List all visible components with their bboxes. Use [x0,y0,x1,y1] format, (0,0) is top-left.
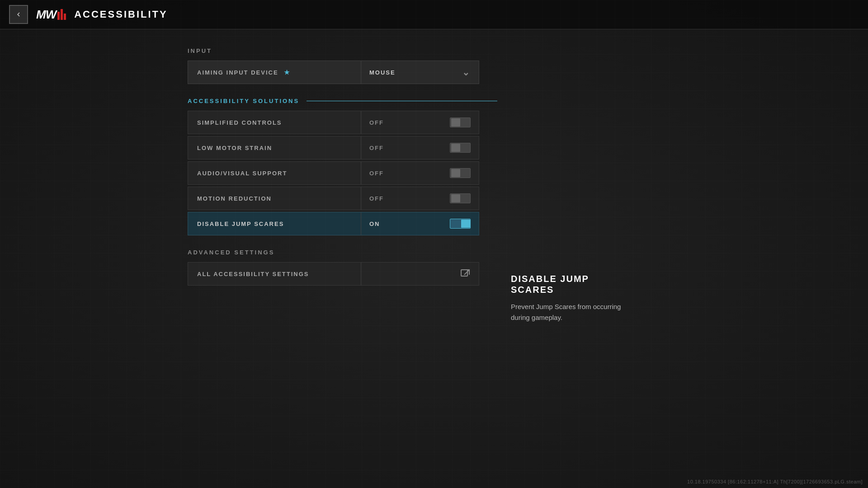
motion-reduction-label: MOTION REDUCTION [188,195,361,202]
info-panel: DISABLE JUMP SCARES Prevent Jump Scares … [497,29,642,488]
logo-bar-3 [64,14,66,20]
input-section: INPUT AIMING INPUT DEVICE ★ MOUSE ⌄ [188,47,497,84]
advanced-settings-section: ADVANCED SETTINGS ALL ACCESSIBILITY SETT… [188,249,497,286]
accessibility-divider-line [307,101,497,101]
logo-bar-1 [57,12,60,20]
simplified-controls-toggle-area: OFF [361,117,479,127]
audio-visual-support-label: AUDIO/VISUAL SUPPORT [188,170,361,177]
link-icon-area [361,268,479,279]
all-accessibility-settings-label: ALL ACCESSIBILITY SETTINGS [188,271,361,277]
star-icon: ★ [284,69,291,76]
debug-info: 10.18.19750334 [86:162:11278+11:A] Th[72… [687,479,863,484]
disable-jump-scares-knob [461,220,470,228]
audio-visual-support-knob [451,169,460,177]
toggle-row-low-motor-strain[interactable]: LOW MOTOR STRAIN OFF [188,136,479,160]
logo: MW [36,8,66,22]
accessibility-header: ACCESSIBILITY SOLUTIONS [188,98,497,104]
motion-reduction-toggle-area: OFF [361,193,479,203]
simplified-controls-switch[interactable] [450,117,471,127]
low-motor-strain-label: LOW MOTOR STRAIN [188,145,361,151]
accessibility-section-title: ACCESSIBILITY SOLUTIONS [188,98,307,104]
info-panel-description: Prevent Jump Scares from occurring durin… [511,301,628,323]
toggle-row-disable-jump-scares[interactable]: DISABLE JUMP SCARES ON [188,212,479,235]
header: MW ACCESSIBILITY [0,0,868,29]
toggle-row-motion-reduction[interactable]: MOTION REDUCTION OFF [188,187,479,210]
simplified-controls-status: OFF [369,119,384,126]
disable-jump-scares-label: DISABLE JUMP SCARES [188,221,361,227]
page-title: ACCESSIBILITY [74,9,167,20]
low-motor-strain-switch[interactable] [450,143,471,153]
logo-bar-2 [61,9,63,20]
simplified-controls-knob [451,118,460,127]
disable-jump-scares-status: ON [369,221,380,227]
logo-text: MW [36,8,56,22]
accessibility-solutions-section: ACCESSIBILITY SOLUTIONS SIMPLIFIED CONTR… [188,98,497,235]
disable-jump-scares-switch[interactable] [450,219,471,229]
input-section-label: INPUT [188,47,497,54]
audio-visual-support-toggle-area: OFF [361,168,479,178]
motion-reduction-switch[interactable] [450,193,471,203]
low-motor-strain-status: OFF [369,145,384,151]
aiming-device-selected: MOUSE [369,69,396,76]
low-motor-strain-toggle-area: OFF [361,143,479,153]
motion-reduction-status: OFF [369,195,384,202]
simplified-controls-label: SIMPLIFIED CONTROLS [188,119,361,126]
disable-jump-scares-toggle-area: ON [361,219,479,229]
advanced-settings-label: ADVANCED SETTINGS [188,249,497,256]
external-link-icon [460,268,471,279]
aiming-device-label: AIMING INPUT DEVICE ★ [188,69,361,76]
svg-line-1 [464,270,469,275]
audio-visual-support-switch[interactable] [450,168,471,178]
info-panel-title: DISABLE JUMP SCARES [511,273,628,295]
settings-panel: INPUT AIMING INPUT DEVICE ★ MOUSE ⌄ ACCE… [0,29,497,488]
aiming-device-label-text: AIMING INPUT DEVICE [197,69,278,76]
all-accessibility-settings-row[interactable]: ALL ACCESSIBILITY SETTINGS [188,262,479,286]
back-button[interactable] [9,5,28,24]
aiming-device-row[interactable]: AIMING INPUT DEVICE ★ MOUSE ⌄ [188,61,479,84]
aiming-device-value[interactable]: MOUSE ⌄ [361,67,479,78]
low-motor-strain-knob [451,144,460,152]
main-content: INPUT AIMING INPUT DEVICE ★ MOUSE ⌄ ACCE… [0,29,868,488]
motion-reduction-knob [451,194,460,202]
chevron-down-icon: ⌄ [462,67,471,78]
toggle-row-simplified-controls[interactable]: SIMPLIFIED CONTROLS OFF [188,111,479,134]
audio-visual-support-status: OFF [369,170,384,177]
logo-bars [57,9,66,20]
toggle-row-audio-visual-support[interactable]: AUDIO/VISUAL SUPPORT OFF [188,161,479,185]
